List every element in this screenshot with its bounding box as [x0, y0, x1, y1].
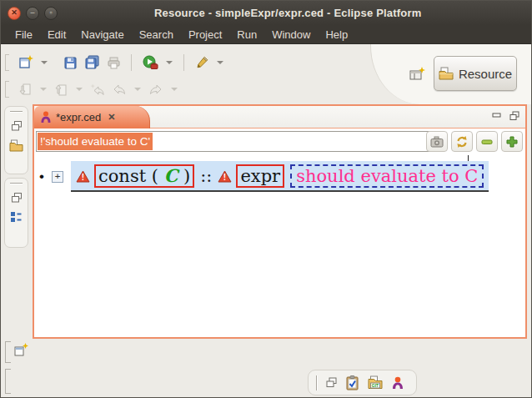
last-edit-location-button	[88, 81, 107, 98]
open-perspective-button[interactable]	[408, 65, 427, 83]
forward-dropdown-arrow	[171, 88, 178, 91]
pen-dropdown-arrow[interactable]	[217, 61, 223, 64]
type-term[interactable]: expr	[236, 164, 284, 188]
collapse-button[interactable]	[476, 131, 498, 152]
filter-input[interactable]: !'should evaluate to C'	[36, 131, 436, 152]
warning-icon: !	[218, 170, 232, 183]
refresh-button[interactable]	[451, 131, 473, 152]
minimize-editor-icon[interactable]	[492, 111, 502, 121]
run-dropdown-arrow[interactable]	[166, 61, 173, 64]
navigation-toolbar	[5, 78, 180, 100]
annotation-hole[interactable]: should evaluate to C	[290, 164, 484, 188]
menu-navigate[interactable]: Navigate	[73, 26, 131, 43]
forward-button	[147, 81, 165, 98]
menu-run[interactable]: Run	[229, 26, 264, 43]
project-explorer-icon[interactable]	[9, 139, 23, 152]
window-controls: ✕ – ▫	[8, 7, 58, 20]
filter-selected-text: !'should evaluate to C'	[38, 133, 153, 150]
menu-file[interactable]: File	[8, 26, 40, 43]
menu-window[interactable]: Window	[264, 26, 318, 43]
tab-label: *expr.ced	[56, 111, 101, 123]
camera-button[interactable]	[426, 131, 448, 152]
main-toolbar	[5, 52, 226, 73]
next-annotation-icon	[18, 83, 33, 97]
const-close-paren: )	[178, 166, 190, 186]
tab-close-icon[interactable]: ✕	[108, 112, 115, 123]
menu-help[interactable]: Help	[318, 26, 355, 43]
bottom-fast-view-bar: GIT	[308, 370, 417, 395]
expression-node[interactable]: ! const ( C ) :: ! expr should evaluate …	[71, 161, 489, 192]
previous-annotation-dropdown-arrow	[76, 88, 83, 91]
const-term[interactable]: const ( C )	[94, 164, 194, 188]
save-button[interactable]	[62, 54, 79, 72]
bullet-glyph: •	[39, 169, 44, 184]
git-repositories-icon[interactable]: GIT	[368, 375, 383, 390]
minimize-window-button[interactable]: –	[26, 7, 39, 20]
resource-perspective-label: Resource	[459, 67, 512, 81]
outline-icon[interactable]	[10, 211, 23, 223]
show-view-icon	[13, 342, 29, 357]
back-dropdown-arrow	[134, 88, 141, 91]
const-variable: C	[164, 165, 178, 186]
next-annotation-dropdown-arrow	[40, 88, 47, 91]
previous-annotation-icon	[54, 83, 68, 97]
menu-bar: File Edit Navigate Search Project Run Wi…	[1, 25, 531, 44]
ced-view-icon[interactable]	[391, 376, 404, 390]
toolbar-drag-handle[interactable]	[5, 81, 9, 98]
restore-view-icon[interactable]	[326, 377, 337, 388]
back-button	[110, 81, 128, 98]
editor-area: *expr.ced ✕ !'should evaluate to C'	[33, 104, 527, 339]
run-external-tools-button[interactable]	[140, 53, 160, 72]
pen-icon	[194, 56, 209, 70]
warning-icon: !	[76, 170, 90, 183]
print-icon	[107, 56, 121, 70]
save-all-button[interactable]	[83, 53, 102, 72]
drag-handle[interactable]	[5, 369, 11, 394]
print-button	[105, 54, 123, 72]
close-window-button[interactable]: ✕	[8, 7, 21, 20]
editor-tab-bar: *expr.ced ✕	[34, 106, 525, 128]
const-keyword: const (	[98, 166, 164, 186]
type-ascription-operator: ::	[200, 166, 212, 186]
pen-button[interactable]	[193, 54, 211, 72]
save-all-icon	[84, 55, 100, 70]
next-annotation-button	[17, 81, 34, 98]
window-title: Resource - simpleExpr/expr.ced - Eclipse…	[154, 7, 421, 19]
minus-icon	[480, 135, 494, 149]
run-external-tools-icon	[142, 55, 158, 70]
open-perspective-icon	[409, 67, 425, 82]
svg-text:GIT: GIT	[372, 383, 379, 388]
drag-handle[interactable]	[316, 375, 318, 390]
editor-minmax-controls	[492, 111, 519, 121]
drag-handle[interactable]	[5, 341, 11, 363]
new-dropdown-arrow[interactable]	[41, 61, 48, 64]
menu-edit[interactable]: Edit	[40, 26, 73, 43]
filter-row: !'should evaluate to C'	[34, 128, 525, 154]
fast-view-bar-top	[4, 106, 28, 174]
restore-view-icon[interactable]	[11, 192, 23, 204]
new-wizard-button[interactable]	[17, 53, 35, 72]
tab-expr-ced[interactable]: *expr.ced ✕	[34, 106, 150, 128]
menu-search[interactable]: Search	[132, 26, 181, 43]
resource-perspective-icon	[439, 67, 454, 81]
tree-expander[interactable]: +	[52, 171, 63, 183]
editor-action-buttons	[426, 131, 523, 152]
toolbar-separator	[131, 54, 132, 71]
tasks-icon[interactable]	[345, 375, 359, 390]
restore-view-icon[interactable]	[11, 120, 23, 132]
new-wizard-icon	[18, 55, 33, 70]
maximize-window-button[interactable]: ▫	[44, 7, 58, 20]
show-view-shortcut[interactable]	[13, 342, 29, 357]
menu-project[interactable]: Project	[181, 26, 229, 43]
svg-text:!: !	[223, 173, 226, 182]
expression-tree-row: • + ! const ( C ) :: ! expr should evalu…	[39, 161, 489, 192]
resource-perspective-button[interactable]: Resource	[434, 56, 517, 91]
ced-file-icon	[40, 111, 52, 123]
expand-button[interactable]	[501, 131, 523, 152]
maximize-editor-icon[interactable]	[509, 111, 519, 121]
drag-handle[interactable]	[10, 183, 23, 184]
camera-icon	[430, 136, 444, 148]
toolbar-drag-handle[interactable]	[5, 54, 9, 71]
fast-view-bar-bottom	[4, 178, 28, 248]
drag-handle[interactable]	[10, 111, 23, 113]
